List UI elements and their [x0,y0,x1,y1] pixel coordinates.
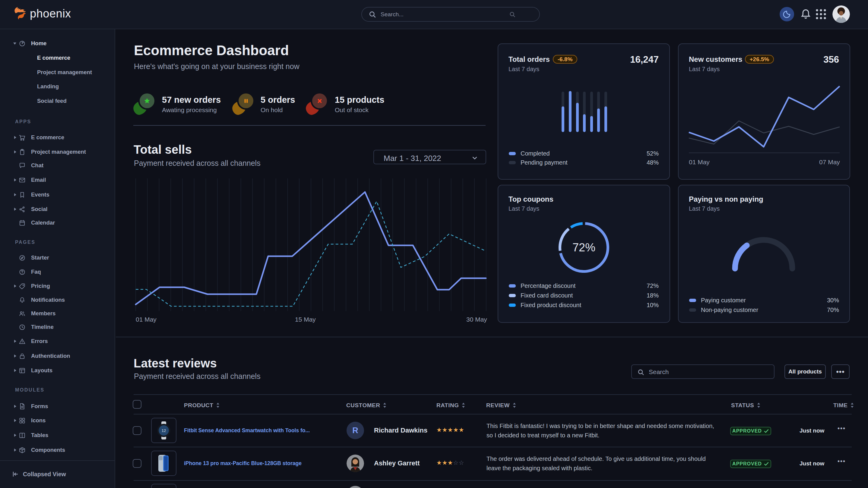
svg-text:72%: 72% [572,241,595,254]
svg-text:12: 12 [162,428,166,433]
